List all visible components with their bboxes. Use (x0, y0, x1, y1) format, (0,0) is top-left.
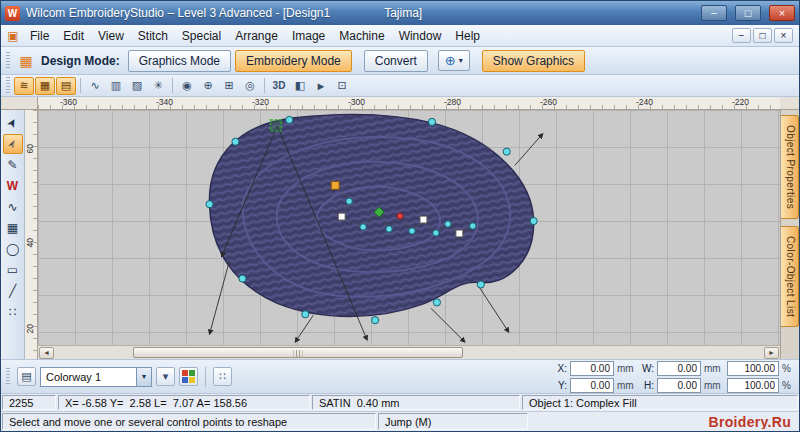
menu-edit[interactable]: Edit (56, 27, 91, 45)
scrollbar-thumb[interactable] (133, 347, 463, 358)
pan-icon[interactable]: ⊕ (198, 77, 218, 95)
chevron-down-icon: ▾ (459, 56, 463, 65)
x-unit: mm (617, 363, 637, 374)
menu-view[interactable]: View (91, 27, 131, 45)
menu-stitch[interactable]: Stitch (131, 27, 175, 45)
tatami-stitch-icon[interactable]: ▨ (127, 77, 147, 95)
grid-icon[interactable]: ⊞ (219, 77, 239, 95)
scroll-right-icon[interactable]: ► (764, 347, 779, 359)
main-area: ➤ ➣ ✎ W ∿ ▦ ◯ ▭ ╱ ∷ 60 40 20 (1, 110, 799, 359)
colorway-menu-icon[interactable]: ▾ (156, 367, 175, 386)
graphics-mode-button[interactable]: Graphics Mode (128, 50, 231, 72)
complex-fill-tool[interactable]: ▦ (3, 218, 23, 238)
design-mode-label: Design Mode: (41, 54, 120, 68)
scroll-left-icon[interactable]: ◄ (39, 347, 54, 359)
convert-button[interactable]: Convert (364, 50, 428, 72)
ellipse-tool[interactable]: ◯ (3, 239, 23, 259)
menu-special[interactable]: Special (175, 27, 228, 45)
select-tool[interactable]: ➤ (3, 113, 23, 133)
design-mode-icon: ▦ (17, 52, 35, 70)
tab-object-properties[interactable]: Object Properties (781, 115, 799, 219)
run-stitch-icon[interactable]: ∿ (85, 77, 105, 95)
toolbar-grip[interactable] (6, 77, 10, 95)
colorway-select[interactable]: Colorway 1 ▾ (40, 367, 152, 387)
colorway-selected-value: Colorway 1 (41, 371, 136, 383)
y-input[interactable] (570, 378, 614, 393)
overview-window-icon[interactable]: ⊡ (332, 77, 352, 95)
mdi-close-button[interactable]: × (774, 28, 793, 43)
x-input[interactable] (570, 361, 614, 376)
ruler-corner (1, 97, 38, 110)
menu-file[interactable]: File (23, 27, 56, 45)
mixing-palette-icon[interactable]: ∷ (213, 367, 232, 386)
show-graphics-button[interactable]: Show Graphics (482, 50, 585, 72)
globe-icon: ⊕ (445, 53, 456, 68)
menu-machine[interactable]: Machine (332, 27, 391, 45)
design-svg (38, 110, 780, 345)
ruler-row: -360 -340 -320 -300 -280 -260 -240 -220 (1, 97, 799, 110)
menu-help[interactable]: Help (448, 27, 487, 45)
thread-colors-icon[interactable]: ▤ (17, 367, 36, 386)
freehand-tool[interactable]: ✎ (3, 155, 23, 175)
status-bar: 2255 X= -6.58 Y= 2.58 L= 7.07 A= 158.56 … (1, 393, 799, 411)
entry-point-marker[interactable] (270, 120, 281, 131)
minimize-button[interactable]: − (701, 5, 727, 21)
menu-window[interactable]: Window (392, 27, 449, 45)
mdi-restore-button[interactable]: □ (753, 28, 772, 43)
run-tool[interactable]: ∿ (3, 197, 23, 217)
selected-object-status: Object 1: Complex Fill (522, 395, 798, 410)
stitch-player-icon[interactable]: ► (311, 77, 331, 95)
mdi-minimize-button[interactable]: − (732, 28, 751, 43)
w-unit: mm (704, 363, 724, 374)
fill-stitch-icon[interactable]: ▦ (35, 77, 55, 95)
menu-arrange[interactable]: Arrange (228, 27, 285, 45)
hoop-icon[interactable]: ◎ (240, 77, 260, 95)
pointer-position: X= -6.58 Y= 2.58 L= 7.07 A= 158.56 (58, 395, 310, 410)
true-view-icon[interactable]: ◧ (290, 77, 310, 95)
ruler-corner-right (780, 97, 799, 110)
ruler-label: -360 (60, 97, 77, 107)
chevron-down-icon[interactable]: ▾ (136, 368, 151, 386)
h-input[interactable] (657, 378, 701, 393)
reshape-tool[interactable]: ➣ (3, 134, 23, 154)
scale-y-input[interactable] (727, 378, 779, 393)
colorway-toolbar: ▤ Colorway 1 ▾ ▾ ∷ X: mm W: mm (1, 359, 799, 393)
embroidery-object[interactable] (209, 114, 533, 316)
rectangle-tool[interactable]: ▭ (3, 260, 23, 280)
y-label: Y: (553, 380, 567, 391)
y-unit: mm (617, 380, 637, 391)
lettering-tool[interactable]: W (3, 176, 23, 196)
hint-message: Select and move one or several control p… (2, 413, 376, 430)
embroidery-mode-button[interactable]: Embroidery Mode (235, 50, 352, 72)
zigzag-stitch-icon[interactable]: ≋ (14, 77, 34, 95)
toolbar-grip[interactable] (6, 52, 10, 70)
close-button[interactable]: × (769, 5, 795, 21)
3d-view-button[interactable]: 3D (269, 77, 289, 95)
tab-color-object-list[interactable]: Color-Object List (781, 226, 799, 327)
mirror-merge-tool[interactable]: ∷ (3, 302, 23, 322)
edit-colorways-icon[interactable] (179, 367, 198, 386)
toolbar-grip[interactable] (6, 368, 10, 386)
design-canvas[interactable] (38, 110, 780, 345)
machine-format-button[interactable]: ⊕ ▾ (438, 50, 470, 71)
h-unit: mm (704, 380, 724, 391)
stitch-toolbar: ≋ ▦ ▤ ∿ ▥ ▨ ✳ ◉ ⊕ ⊞ ◎ 3D ◧ ► ⊡ (1, 75, 799, 97)
motif-fill-icon[interactable]: ✳ (148, 77, 168, 95)
maximize-button[interactable]: □ (735, 5, 761, 21)
ruler-label: -280 (444, 97, 461, 107)
scale-x-input[interactable] (727, 361, 779, 376)
ruler-label: -300 (348, 97, 365, 107)
h-label: H: (640, 380, 654, 391)
stitch-count: 2255 (2, 395, 56, 410)
app-icon: W (5, 6, 20, 21)
ruler-label: -220 (732, 97, 749, 107)
w-input[interactable] (657, 361, 701, 376)
menu-image[interactable]: Image (285, 27, 332, 45)
line-tool[interactable]: ╱ (3, 281, 23, 301)
outline-stitch-icon[interactable]: ▤ (56, 77, 76, 95)
horizontal-scrollbar[interactable]: ◄ ► (38, 345, 780, 359)
vertical-ruler: 60 40 20 (25, 110, 38, 359)
window-title-machine: Tajima] (384, 6, 422, 20)
zoom-icon[interactable]: ◉ (177, 77, 197, 95)
satin-stitch-icon[interactable]: ▥ (106, 77, 126, 95)
